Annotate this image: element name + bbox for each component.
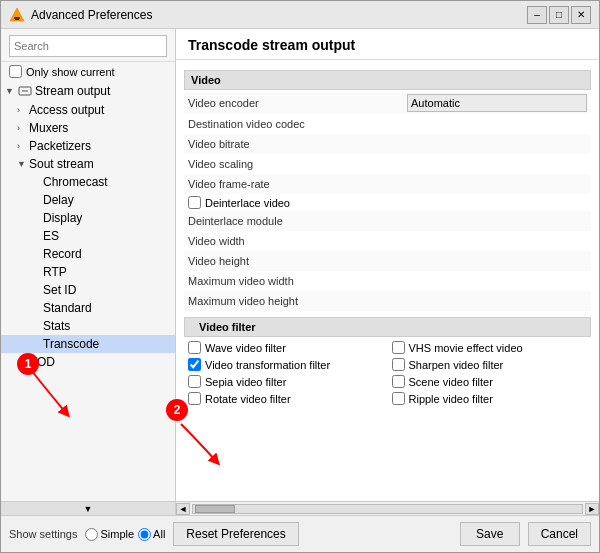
sidebar-item-transcode[interactable]: Transcode: [1, 335, 175, 353]
reset-preferences-button[interactable]: Reset Preferences: [173, 522, 298, 546]
setting-label: Maximum video height: [188, 295, 407, 307]
filter-label: Wave video filter: [205, 342, 286, 354]
arrow-icon: ▼: [5, 86, 17, 96]
sidebar-item-stream-output[interactable]: ▼ Stream output: [1, 81, 175, 101]
sidebar: Only show current ▼ Stream output › Acce…: [1, 29, 176, 515]
save-button[interactable]: Save: [460, 522, 520, 546]
video-filter-section-header: Video filter: [184, 317, 591, 337]
sidebar-item-label: Delay: [43, 193, 171, 207]
setting-row-video-height: Video height: [184, 251, 591, 271]
filter-label: Video transformation filter: [205, 359, 330, 371]
sidebar-item-access-output[interactable]: › Access output: [1, 101, 175, 119]
setting-label: Deinterlace module: [188, 215, 407, 227]
sidebar-item-label: VOD: [29, 355, 171, 369]
arrow-icon: ›: [17, 105, 29, 115]
sidebar-item-label: Set ID: [43, 283, 171, 297]
scrollbar-thumb[interactable]: [195, 505, 235, 513]
sidebar-item-label: Packetizers: [29, 139, 171, 153]
filter-label: Sepia video filter: [205, 376, 286, 388]
show-settings-label: Show settings: [9, 528, 77, 540]
sidebar-item-label: Access output: [29, 103, 171, 117]
sidebar-item-vod[interactable]: › VOD: [1, 353, 175, 371]
filter-label: VHS movie effect video: [409, 342, 523, 354]
title-bar: Advanced Preferences – □ ✕: [1, 1, 599, 29]
sharpen-video-filter-row: Sharpen video filter: [388, 356, 592, 373]
scroll-right-button[interactable]: ►: [585, 503, 599, 515]
sidebar-item-chromecast[interactable]: Chromecast: [1, 173, 175, 191]
filter-label: Scene video filter: [409, 376, 493, 388]
sidebar-item-label: Sout stream: [29, 157, 171, 171]
scene-video-filter-row: Scene video filter: [388, 373, 592, 390]
sidebar-item-label: Display: [43, 211, 171, 225]
scroll-left-button[interactable]: ◄: [176, 503, 190, 515]
arrow-icon: ›: [17, 357, 29, 367]
advanced-preferences-window: Advanced Preferences – □ ✕ Only show cur…: [0, 0, 600, 553]
setting-label: Video encoder: [188, 97, 407, 109]
sidebar-item-label: Muxers: [29, 121, 171, 135]
video-encoder-input[interactable]: [407, 94, 587, 112]
video-filter-grid: Wave video filter VHS movie effect video…: [184, 339, 591, 407]
setting-row-video-framerate: Video frame-rate: [184, 174, 591, 194]
rotate-video-checkbox[interactable]: [188, 392, 201, 405]
search-input[interactable]: [9, 35, 167, 57]
deinterlace-checkbox[interactable]: [188, 196, 201, 209]
setting-row-video-encoder: Video encoder: [184, 92, 591, 114]
settings-area[interactable]: Video Video encoder Destination video co…: [176, 60, 599, 501]
tree-scroll-down-button[interactable]: ▼: [1, 501, 175, 515]
sidebar-item-label: Stats: [43, 319, 171, 333]
arrow-icon: ›: [17, 123, 29, 133]
setting-label: Video scaling: [188, 158, 407, 170]
sidebar-item-delay[interactable]: Delay: [1, 191, 175, 209]
minimize-button[interactable]: –: [527, 6, 547, 24]
rotate-video-filter-row: Rotate video filter: [184, 390, 388, 407]
only-show-current-row: Only show current: [1, 62, 175, 81]
sidebar-item-muxers[interactable]: › Muxers: [1, 119, 175, 137]
cancel-button[interactable]: Cancel: [528, 522, 591, 546]
sharpen-video-checkbox[interactable]: [392, 358, 405, 371]
setting-label: Video width: [188, 235, 407, 247]
window-content: Only show current ▼ Stream output › Acce…: [1, 29, 599, 515]
video-transform-checkbox[interactable]: [188, 358, 201, 371]
ripple-video-filter-row: Ripple video filter: [388, 390, 592, 407]
setting-label: Video bitrate: [188, 138, 407, 150]
radio-all-input[interactable]: [138, 528, 151, 541]
sidebar-item-set-id[interactable]: Set ID: [1, 281, 175, 299]
radio-simple-input[interactable]: [85, 528, 98, 541]
filter-label: Ripple video filter: [409, 393, 493, 405]
setting-row-deinterlace-module: Deinterlace module: [184, 211, 591, 231]
scene-video-checkbox[interactable]: [392, 375, 405, 388]
wave-video-checkbox[interactable]: [188, 341, 201, 354]
only-show-current-label: Only show current: [26, 66, 115, 78]
sidebar-item-sout-stream[interactable]: ▼ Sout stream: [1, 155, 175, 173]
setting-label: Deinterlace video: [205, 197, 290, 209]
sidebar-item-rtp[interactable]: RTP: [1, 263, 175, 281]
radio-all-label: All: [153, 528, 165, 540]
close-button[interactable]: ✕: [571, 6, 591, 24]
sidebar-item-es[interactable]: ES: [1, 227, 175, 245]
window-title: Advanced Preferences: [31, 8, 152, 22]
ripple-video-checkbox[interactable]: [392, 392, 405, 405]
sidebar-item-record[interactable]: Record: [1, 245, 175, 263]
svg-rect-1: [14, 17, 20, 19]
setting-label: Video height: [188, 255, 407, 267]
scrollbar-track: [192, 504, 583, 514]
sidebar-item-stats[interactable]: Stats: [1, 317, 175, 335]
horizontal-scrollbar[interactable]: ◄ ►: [176, 501, 599, 515]
sepia-video-checkbox[interactable]: [188, 375, 201, 388]
sidebar-item-display[interactable]: Display: [1, 209, 175, 227]
setting-label: Video frame-rate: [188, 178, 407, 190]
sidebar-item-label: Standard: [43, 301, 171, 315]
vhs-movie-checkbox[interactable]: [392, 341, 405, 354]
only-show-current-checkbox[interactable]: [9, 65, 22, 78]
sidebar-item-label: RTP: [43, 265, 171, 279]
wave-video-filter-row: Wave video filter: [184, 339, 388, 356]
maximize-button[interactable]: □: [549, 6, 569, 24]
sidebar-item-label: Transcode: [43, 337, 171, 351]
main-content: Transcode stream output Video Video enco…: [176, 29, 599, 515]
sidebar-item-packetizers[interactable]: › Packetizers: [1, 137, 175, 155]
video-transform-filter-row: Video transformation filter: [184, 356, 388, 373]
arrow-icon: ›: [17, 141, 29, 151]
arrow-icon: ▼: [17, 159, 29, 169]
sidebar-item-standard[interactable]: Standard: [1, 299, 175, 317]
filter-label: Rotate video filter: [205, 393, 291, 405]
